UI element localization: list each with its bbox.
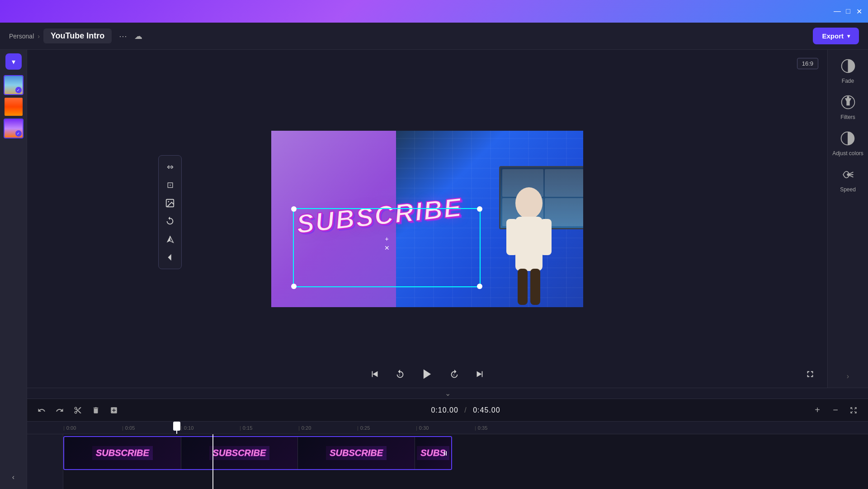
selection-box[interactable]: ✕ + [293, 208, 481, 287]
svg-marker-16 [477, 371, 482, 377]
back-tool-button[interactable] [161, 249, 179, 266]
track-clip-3[interactable]: SUBSCRIBE [298, 437, 415, 469]
svg-rect-5 [530, 269, 540, 305]
ruler-playhead-handle[interactable] [173, 422, 180, 431]
track-clip-1[interactable]: SUBSCRIBE [64, 437, 181, 469]
zoom-in-button[interactable]: + [810, 403, 825, 418]
add-track-icon [110, 406, 118, 414]
main-content: ▾ ✓ ✓ ‹ 16:9 [0, 50, 868, 489]
svg-marker-14 [424, 370, 431, 379]
filters-icon [839, 93, 857, 111]
fade-icon [839, 57, 857, 75]
play-icon [421, 368, 434, 380]
flip-tool-button[interactable] [161, 231, 179, 248]
adjust-colors-label: Adjust colors [832, 150, 863, 157]
image-tool-button[interactable] [161, 195, 179, 212]
fullscreen-icon [805, 369, 815, 379]
video-preview-area: 16:9 [27, 50, 827, 388]
filters-label: Filters [840, 114, 855, 120]
rotate-tool-button[interactable] [161, 213, 179, 230]
right-panel-collapse-button[interactable]: › [847, 372, 849, 380]
svg-rect-3 [540, 219, 552, 255]
play-button[interactable] [417, 364, 437, 384]
export-button[interactable]: Export ▾ [813, 28, 859, 44]
cloud-sync-icon[interactable]: ☁ [134, 31, 142, 41]
track-clip-2[interactable]: SUBSCRIBE [181, 437, 298, 469]
cut-button[interactable] [71, 403, 85, 418]
filters-effect-item[interactable]: Filters [839, 93, 857, 120]
timeline-expand-button[interactable] [846, 403, 861, 418]
svg-rect-2 [506, 219, 518, 255]
video-background: SUBSCRIBE ✕ + [271, 131, 583, 307]
ruler-mark-20: 0:20 [298, 425, 357, 431]
ruler-mark-30: 0:30 [416, 425, 475, 431]
skip-to-end-button[interactable] [472, 366, 488, 382]
fullscreen-button[interactable] [802, 366, 818, 382]
app-container: Personal › YouTube Intro ⋯ ☁ Export ▾ ▾ … [0, 23, 868, 489]
speed-effect-item[interactable]: Speed [839, 166, 857, 193]
export-label: Export [822, 32, 844, 40]
video-track[interactable]: ⏸ SUBSCRIBE SUBSCRIBE [63, 436, 452, 470]
image-icon [165, 198, 175, 208]
fade-effect-item[interactable]: Fade [839, 57, 857, 84]
flip-icon [165, 234, 175, 244]
undo-button[interactable] [34, 403, 49, 418]
resize-tool-button[interactable]: ⇔ [161, 158, 179, 176]
thumbnail-landscape[interactable]: ✓ [4, 75, 24, 95]
breadcrumb-personal[interactable]: Personal [9, 33, 34, 40]
undo-icon [38, 406, 46, 414]
collapse-panel-button[interactable]: ‹ [5, 469, 22, 485]
filters-icon-svg [840, 94, 856, 110]
header: Personal › YouTube Intro ⋯ ☁ Export ▾ [0, 23, 868, 50]
selection-handle-tl[interactable] [291, 206, 297, 212]
delete-button[interactable] [89, 403, 103, 418]
project-title[interactable]: YouTube Intro [43, 28, 112, 43]
selection-handle-bl[interactable] [291, 284, 297, 289]
timeline-toolbar: 0:10.00 / 0:45.00 + − [27, 399, 868, 422]
svg-marker-9 [170, 236, 173, 242]
panel-toggle-button[interactable]: ▾ [5, 53, 22, 70]
svg-text:5: 5 [399, 374, 400, 376]
time-separator: / [464, 406, 467, 414]
svg-marker-8 [167, 236, 170, 242]
object-toolbox: ⇔ ⊡ [158, 155, 182, 269]
breadcrumb: Personal › YouTube Intro [9, 28, 112, 43]
fade-label: Fade [842, 78, 854, 84]
more-options-button[interactable]: ⋯ [119, 31, 127, 41]
ruler-mark-10: 0:10 [181, 425, 240, 431]
adjust-colors-icon [839, 129, 857, 147]
thumbnail-orange[interactable] [4, 97, 24, 117]
forward-5-button[interactable]: 5 [446, 366, 462, 382]
maximize-button[interactable]: □ [844, 8, 852, 15]
aspect-ratio-badge[interactable]: 16:9 [797, 58, 818, 69]
ruler-mark-0: 0:00 [63, 425, 122, 431]
effects-panel: Fade Filters [827, 50, 868, 388]
timeline-expand-chevron[interactable]: ⌄ [27, 388, 868, 399]
svg-rect-4 [518, 269, 528, 305]
zoom-out-button[interactable]: − [828, 403, 843, 418]
speed-icon-svg [840, 166, 856, 183]
adjust-colors-effect-item[interactable]: Adjust colors [832, 129, 863, 157]
redo-button[interactable] [52, 403, 67, 418]
selection-handle-br[interactable] [477, 284, 482, 289]
crop-tool-button[interactable]: ⊡ [161, 176, 179, 194]
thumbnail-purple[interactable]: ✓ [4, 119, 24, 138]
ruler-mark-35: 0:35 [475, 425, 533, 431]
svg-rect-19 [841, 60, 848, 73]
rewind-5-button[interactable]: 5 [392, 366, 408, 382]
skip-end-icon [475, 369, 485, 379]
selection-handle-tr[interactable] [477, 206, 482, 212]
media-panel: ▾ ✓ ✓ ‹ [0, 50, 27, 489]
skip-to-start-button[interactable] [367, 366, 383, 382]
adjust-colors-icon-svg [840, 130, 856, 147]
add-track-button[interactable] [107, 403, 121, 418]
person-silhouette [488, 180, 570, 307]
track-subscribe-3: SUBSCRIBE [326, 446, 387, 460]
title-bar: — □ ✕ [0, 0, 868, 23]
minimize-button[interactable]: — [834, 8, 841, 15]
toggle-icon: ▾ [12, 57, 15, 66]
svg-point-22 [847, 96, 849, 99]
close-button[interactable]: ✕ [855, 8, 863, 15]
speed-label: Speed [840, 186, 856, 193]
video-preview: SUBSCRIBE ✕ + [271, 131, 583, 307]
